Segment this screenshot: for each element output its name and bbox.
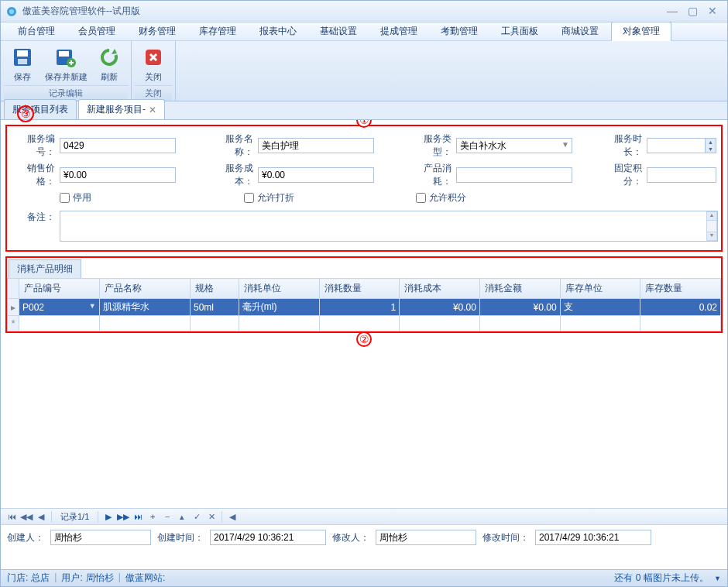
menu-front-desk[interactable]: 前台管理 — [7, 22, 66, 40]
nav-next-page-button[interactable]: ▶▶ — [117, 512, 129, 522]
grid-header-row: 产品编号 产品名称 规格 消耗单位 消耗数量 消耗成本 消耗金额 库存单位 库存… — [8, 279, 721, 299]
cell-dropdown-icon[interactable]: ▼ — [89, 302, 96, 310]
created-time-field[interactable] — [210, 530, 326, 545]
col-consume-amount[interactable]: 消耗金额 — [479, 279, 560, 299]
status-user: 周怡杉 — [86, 572, 114, 585]
cell-product-name[interactable]: 肌源精华水 — [99, 299, 190, 316]
grid-new-row[interactable]: * — [8, 316, 721, 331]
close-icon — [141, 45, 166, 70]
nav-delete-button[interactable]: − — [161, 512, 173, 521]
col-consume-unit[interactable]: 消耗单位 — [239, 279, 319, 299]
close-window-button[interactable]: ✕ — [702, 5, 723, 19]
svg-rect-3 — [17, 50, 28, 57]
cost-input[interactable] — [258, 167, 374, 183]
nav-prev-button[interactable]: ◀ — [35, 512, 47, 522]
menu-tools[interactable]: 工具面板 — [490, 22, 549, 40]
disabled-checkbox[interactable] — [60, 193, 70, 203]
nav-scroll-left-button[interactable]: ◀ — [226, 512, 239, 522]
cell-consume-unit[interactable]: 毫升(ml) — [239, 299, 319, 316]
col-product-code[interactable]: 产品编号 — [19, 279, 100, 299]
refresh-button[interactable]: 刷新 — [91, 43, 128, 85]
nav-edit-button[interactable]: ▴ — [176, 512, 188, 522]
col-consume-qty[interactable]: 消耗数量 — [319, 279, 400, 299]
cell-consume-cost[interactable]: ¥0.00 — [400, 299, 480, 316]
col-stock-unit[interactable]: 库存单位 — [560, 279, 640, 299]
tab-new-service[interactable]: 新建服务项目-✕ — [78, 99, 165, 119]
consume-input[interactable] — [456, 167, 572, 183]
cell-stock-qty[interactable]: 0.02 — [640, 299, 721, 316]
service-type-select[interactable] — [456, 138, 572, 153]
cell-consume-amount[interactable]: ¥0.00 — [479, 299, 560, 316]
col-spec[interactable]: 规格 — [190, 279, 239, 299]
nav-last-button[interactable]: ⏭ — [132, 512, 144, 521]
label-modifier: 修改人： — [332, 531, 369, 544]
maximize-button[interactable]: ▢ — [682, 5, 702, 19]
points-input[interactable] — [647, 167, 716, 183]
save-button[interactable]: 保存 — [4, 43, 41, 85]
annotation-1: ① — [356, 120, 372, 128]
menu-inventory[interactable]: 库存管理 — [188, 22, 247, 40]
save-icon — [10, 45, 35, 70]
col-stock-qty[interactable]: 库存数量 — [640, 279, 721, 299]
label-consume: 产品消耗： — [407, 162, 452, 188]
col-product-name[interactable]: 产品名称 — [99, 279, 190, 299]
nav-next-button[interactable]: ▶ — [102, 512, 115, 522]
status-user-label: 用户: — [61, 572, 82, 585]
cell-consume-qty[interactable]: 1 — [319, 299, 400, 316]
menu-commission[interactable]: 提成管理 — [369, 22, 428, 40]
col-consume-cost[interactable]: 消耗成本 — [400, 279, 480, 299]
nav-add-button[interactable]: + — [146, 512, 159, 521]
allow-discount-checkbox[interactable] — [244, 193, 254, 203]
remarks-textarea[interactable] — [60, 211, 718, 242]
nav-prev-page-button[interactable]: ◀◀ — [20, 512, 33, 522]
menu-attendance[interactable]: 考勤管理 — [430, 22, 489, 40]
app-logo-icon — [5, 5, 18, 18]
label-creator: 创建人： — [7, 531, 44, 544]
label-allow-points: 允许积分 — [429, 191, 466, 204]
nav-cancel-button[interactable]: ✕ — [205, 512, 218, 522]
menu-member[interactable]: 会员管理 — [67, 22, 126, 40]
record-position: 记录1/1 — [56, 511, 94, 523]
detail-tab-consumption[interactable]: 消耗产品明细 — [9, 259, 81, 278]
minimize-button[interactable]: — — [662, 5, 682, 19]
label-duration: 服务时长： — [597, 132, 642, 159]
grid-row-selected[interactable]: ▸ P002 ▼ 肌源精华水 50ml 毫升(ml) 1 ¥0.00 ¥0.00… — [8, 299, 721, 316]
close-button[interactable]: 关闭 — [135, 43, 172, 85]
modified-time-field[interactable] — [535, 530, 651, 545]
content-area: ① 服务编号： 服务名称： 服务类型： ▼ 服务时长： ▲▼ — [1, 120, 727, 569]
new-row-icon: * — [8, 316, 19, 331]
menu-mall[interactable]: 商城设置 — [551, 22, 610, 40]
status-upload-info: 还有 0 幅图片未上传。 — [614, 572, 708, 583]
ribbon-toolbar: 保存 保存并新建 刷新 记录编辑 关闭 关闭 — [1, 41, 727, 101]
menu-finance[interactable]: 财务管理 — [128, 22, 187, 40]
creator-field[interactable] — [50, 530, 151, 545]
service-code-input[interactable] — [60, 138, 176, 153]
chevron-down-icon[interactable]: ▼ — [714, 575, 721, 582]
cell-product-code[interactable]: P002 ▼ — [19, 299, 100, 316]
service-name-input[interactable] — [258, 138, 374, 153]
duration-spinner[interactable]: ▲▼ — [705, 139, 716, 153]
remarks-scrollbar[interactable]: ▲ ▼ — [706, 211, 717, 241]
status-site-link[interactable]: 傲蓝网站: — [125, 572, 165, 585]
save-and-new-button[interactable]: 保存并新建 — [43, 43, 89, 85]
modifier-field[interactable] — [376, 530, 476, 545]
annotation-2: ② — [356, 331, 372, 347]
nav-check-button[interactable]: ✓ — [191, 512, 203, 522]
menu-basic-settings[interactable]: 基础设置 — [309, 22, 368, 40]
tab-service-list[interactable]: 服务项目列表 — [4, 99, 77, 119]
nav-first-button[interactable]: ⏮ — [5, 512, 18, 521]
menu-reports[interactable]: 报表中心 — [249, 22, 307, 40]
consumption-grid: 产品编号 产品名称 规格 消耗单位 消耗数量 消耗成本 消耗金额 库存单位 库存… — [7, 278, 721, 331]
menu-object-mgmt[interactable]: 对象管理 — [611, 22, 671, 41]
cell-spec[interactable]: 50ml — [190, 299, 239, 316]
app-window: 傲蓝美容院管理软件--试用版 — ▢ ✕ 前台管理 会员管理 财务管理 库存管理… — [0, 0, 728, 587]
status-store: 总店 — [31, 572, 50, 585]
refresh-icon — [97, 45, 122, 70]
label-price: 销售价格： — [10, 162, 55, 188]
label-service-type: 服务类型： — [407, 132, 452, 159]
price-input[interactable] — [60, 167, 176, 183]
tab-close-icon[interactable]: ✕ — [149, 105, 156, 115]
cell-stock-unit[interactable]: 支 — [560, 299, 640, 316]
label-cost: 服务成本： — [208, 162, 253, 188]
allow-points-checkbox[interactable] — [416, 193, 426, 203]
